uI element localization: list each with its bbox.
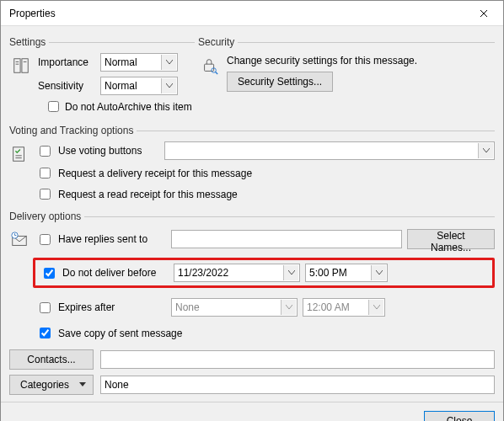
expires-checkbox[interactable] bbox=[40, 302, 51, 313]
read-receipt-label: Request a read receipt for this message bbox=[58, 189, 238, 200]
window-title: Properties bbox=[9, 8, 464, 19]
voting-buttons-select[interactable] bbox=[164, 141, 495, 160]
close-icon bbox=[480, 9, 488, 18]
chevron-down-icon bbox=[281, 300, 296, 315]
do-not-deliver-time-select[interactable]: 5:00 PM bbox=[305, 264, 388, 282]
do-not-deliver-checkbox[interactable] bbox=[44, 268, 55, 279]
delivery-receipt-label: Request a delivery receipt for this mess… bbox=[58, 168, 252, 179]
have-replies-input[interactable] bbox=[171, 230, 402, 248]
close-button[interactable]: Close bbox=[424, 411, 495, 421]
autoarchive-checkbox[interactable] bbox=[48, 101, 59, 112]
lock-search-icon bbox=[201, 56, 219, 75]
dialog-footer: Close bbox=[1, 402, 503, 421]
categories-input[interactable] bbox=[100, 376, 495, 394]
chevron-down-icon bbox=[161, 55, 176, 70]
categories-button[interactable]: Categories bbox=[9, 375, 94, 395]
chevron-down-icon bbox=[368, 300, 383, 315]
contacts-input[interactable] bbox=[100, 350, 495, 369]
voting-icon bbox=[10, 145, 29, 163]
delivery-icon bbox=[10, 231, 29, 249]
voting-legend: Voting and Tracking options bbox=[9, 125, 137, 136]
save-copy-checkbox[interactable] bbox=[40, 328, 51, 338]
chevron-down-icon bbox=[161, 78, 176, 93]
delivery-receipt-checkbox[interactable] bbox=[40, 168, 51, 179]
settings-icon bbox=[12, 56, 30, 75]
importance-select[interactable]: Normal bbox=[100, 53, 178, 72]
do-not-deliver-label: Do not deliver before bbox=[62, 267, 169, 279]
voting-group: Voting and Tracking options Use voting b… bbox=[9, 125, 495, 204]
close-window-button[interactable] bbox=[464, 1, 503, 26]
use-voting-checkbox[interactable] bbox=[40, 146, 51, 157]
caret-down-icon bbox=[79, 382, 86, 387]
save-copy-label: Save copy of sent message bbox=[58, 328, 182, 339]
security-settings-button[interactable]: Security Settings... bbox=[227, 72, 333, 92]
expires-time-select[interactable]: 12:00 AM bbox=[303, 298, 385, 317]
chevron-down-icon bbox=[371, 265, 386, 280]
settings-legend: Settings bbox=[9, 36, 49, 48]
select-names-button[interactable]: Select Names... bbox=[407, 229, 495, 249]
read-receipt-checkbox[interactable] bbox=[40, 189, 51, 200]
expires-date-select[interactable]: None bbox=[171, 298, 298, 317]
autoarchive-label: Do not AutoArchive this item bbox=[65, 101, 192, 113]
expires-label: Expires after bbox=[58, 301, 166, 313]
importance-label: Importance bbox=[38, 56, 95, 68]
svg-rect-1 bbox=[22, 59, 28, 73]
use-voting-label: Use voting buttons bbox=[58, 145, 159, 157]
sensitivity-label: Sensitivity bbox=[38, 80, 95, 92]
do-not-deliver-highlight: Do not deliver before 11/23/2022 5:00 PM bbox=[33, 258, 495, 288]
do-not-deliver-date-select[interactable]: 11/23/2022 bbox=[174, 264, 300, 282]
security-legend: Security bbox=[198, 36, 238, 48]
have-replies-label: Have replies sent to bbox=[58, 233, 166, 245]
svg-rect-8 bbox=[13, 147, 24, 162]
security-group: Security Change security settings for th… bbox=[198, 36, 495, 97]
chevron-down-icon bbox=[283, 265, 298, 280]
delivery-legend: Delivery options bbox=[9, 210, 84, 222]
settings-group: Settings Importance bbox=[9, 36, 195, 97]
delivery-group: Delivery options Have replies sent to bbox=[9, 210, 495, 344]
properties-dialog: Properties Settings bbox=[0, 0, 504, 421]
svg-rect-0 bbox=[14, 59, 20, 73]
have-replies-checkbox[interactable] bbox=[40, 234, 51, 245]
svg-line-7 bbox=[215, 72, 217, 74]
sensitivity-select[interactable]: Normal bbox=[100, 77, 178, 95]
security-text: Change security settings for this messag… bbox=[227, 53, 417, 67]
titlebar: Properties bbox=[1, 1, 503, 26]
contacts-button[interactable]: Contacts... bbox=[9, 349, 94, 370]
dialog-content: Settings Importance bbox=[1, 26, 503, 402]
svg-rect-5 bbox=[205, 64, 214, 71]
chevron-down-icon bbox=[478, 143, 493, 158]
